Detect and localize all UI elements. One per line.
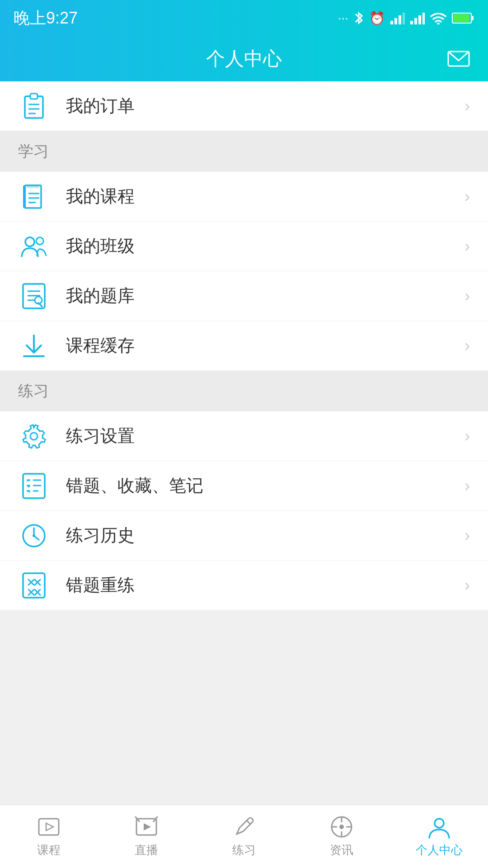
svg-rect-10 [471,16,474,20]
svg-rect-3 [403,13,405,24]
status-time: 晚上9:27 [14,7,78,29]
battery-icon [452,12,474,24]
svg-text:★: ★ [27,484,31,489]
svg-rect-7 [422,13,425,24]
chevron-right-icon: › [465,187,470,206]
svg-text:✎: ✎ [27,489,30,494]
my-class-label: 我的班级 [66,235,465,258]
tab-practice[interactable]: 练习 [195,815,293,858]
practice-tab-label: 练习 [232,842,256,858]
svg-rect-4 [410,21,413,24]
courses-tab-label: 课程 [37,842,61,858]
svg-rect-19 [27,184,39,188]
tab-courses[interactable]: 课程 [0,815,98,858]
svg-point-66 [339,825,344,829]
my-courses-label: 我的课程 [66,185,465,208]
page-title: 个人中心 [206,46,282,71]
clipboard-icon [18,90,50,122]
practice-section: 练习 练习设置 › × [0,371,488,610]
my-courses-item[interactable]: 我的课程 › [0,172,488,222]
svg-rect-2 [399,15,401,24]
list-icon: × ★ ✎ [18,470,50,502]
svg-marker-59 [46,823,53,830]
chevron-right-icon: › [465,336,470,355]
svg-marker-61 [144,823,151,830]
wrong-retrain-label: 错题重练 [66,574,465,597]
wrong-collect-notes-item[interactable]: × ★ ✎ 错题、收藏、笔记 › [0,461,488,511]
practice-history-label: 练习历史 [66,524,465,547]
bluetooth-icon [354,10,364,26]
wrong-icon [18,570,50,601]
svg-point-71 [435,819,444,828]
profile-tab-icon [427,815,451,839]
alarm-icon: ⏰ [369,11,385,26]
page-header: 个人中心 [0,36,488,81]
people-icon [18,231,50,262]
wifi-icon [430,12,446,24]
svg-point-24 [25,237,34,246]
svg-rect-23 [23,185,26,208]
chevron-right-icon: › [465,526,470,545]
wrong-collect-notes-label: 错题、收藏、笔记 [66,474,465,497]
svg-rect-14 [30,94,38,99]
signal2-icon [410,12,425,24]
chevron-right-icon: › [465,237,470,256]
svg-text:×: × [27,478,29,483]
my-orders-item[interactable]: 我的订单 › [0,81,488,131]
svg-point-34 [30,433,38,440]
mail-icon[interactable] [447,50,470,68]
tab-bar: 课程 直播 练习 [0,805,488,868]
chevron-right-icon: › [465,97,470,116]
download-icon [18,330,50,362]
svg-rect-11 [453,14,469,22]
content-area: 我的订单 › 学习 我的课程 › [0,81,488,805]
chevron-right-icon: › [465,576,470,595]
status-icons: ··· ⏰ [338,10,474,26]
chevron-right-icon: › [465,476,470,495]
svg-rect-58 [39,819,59,835]
my-questions-label: 我的题库 [66,284,465,307]
svg-line-64 [247,821,250,824]
svg-rect-0 [390,21,393,24]
practice-settings-item[interactable]: 练习设置 › [0,411,488,461]
svg-rect-6 [418,15,421,24]
svg-rect-18 [25,185,41,208]
svg-rect-5 [414,18,417,24]
study-section: 学习 我的课程 › [0,131,488,371]
status-bar: 晚上9:27 ··· ⏰ [0,0,488,36]
live-tab-label: 直播 [135,842,158,858]
svg-rect-1 [394,18,397,24]
news-tab-icon [330,815,353,839]
profile-tab-label: 个人中心 [416,842,463,858]
practice-tab-icon [232,815,256,839]
svg-point-25 [36,237,43,245]
signal-dots: ··· [338,11,348,25]
clock-icon [18,520,50,552]
practice-section-header: 练习 [0,371,488,411]
practice-history-item[interactable]: 练习历史 › [0,511,488,561]
tab-live[interactable]: 直播 [98,815,195,858]
orders-section: 我的订单 › [0,81,488,131]
study-section-header: 学习 [0,131,488,172]
wrong-retrain-item[interactable]: 错题重练 › [0,561,488,610]
svg-point-48 [33,534,35,537]
my-class-item[interactable]: 我的班级 › [0,222,488,271]
chevron-right-icon: › [465,427,470,446]
tab-profile[interactable]: 个人中心 [390,815,488,858]
gear-icon [18,420,50,452]
course-cache-label: 课程缓存 [66,334,465,357]
chevron-right-icon: › [465,287,470,306]
courses-tab-icon [37,815,61,839]
question-icon [18,280,50,312]
svg-point-8 [437,23,440,24]
signal1-icon [390,12,405,24]
my-orders-label: 我的订单 [66,94,465,118]
course-cache-item[interactable]: 课程缓存 › [0,321,488,371]
news-tab-label: 资讯 [330,842,353,858]
tab-news[interactable]: 资讯 [293,815,390,858]
my-questions-item[interactable]: 我的题库 › [0,271,488,321]
live-tab-icon [135,815,158,839]
book-icon [18,181,50,212]
practice-settings-label: 练习设置 [66,425,465,448]
